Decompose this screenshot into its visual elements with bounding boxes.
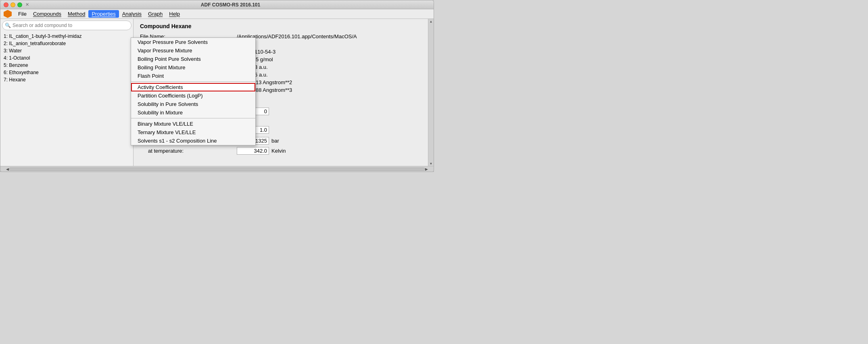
vapor-pressure-unit: bar <box>271 138 279 144</box>
temperature-unit: Kelvin <box>271 148 286 154</box>
dropdown-item-ternary[interactable]: Ternary Mixture VLE/LLE <box>131 128 255 137</box>
right-scrollbar[interactable]: ▲ ▼ <box>428 19 434 166</box>
minimize-button[interactable] <box>10 2 15 7</box>
menu-file[interactable]: File <box>15 10 30 18</box>
list-item[interactable]: 7: Hexane <box>0 76 133 83</box>
menu-analysis[interactable]: Analysis <box>119 10 145 18</box>
dropdown-item-solubility-mixture[interactable]: Solubility in Mixture <box>131 108 255 117</box>
list-item[interactable]: 1: IL_cation_1-butyl-3-methyl-imidaz <box>0 33 133 40</box>
dropdown-item-solvents[interactable]: Solvents s1 - s2 Composition Line <box>131 137 255 145</box>
menu-compounds[interactable]: Compounds <box>30 10 65 18</box>
compound-list: 1: IL_cation_1-butyl-3-methyl-imidaz 2: … <box>0 32 133 166</box>
scroll-track <box>428 24 434 161</box>
bottom-scrollbar: ◀ ▶ <box>0 166 434 172</box>
molar-mass-value: 86.10955 g/mol <box>237 56 421 62</box>
traffic-lights <box>4 2 22 7</box>
cosmo-volume-value: 145.42388 Angstrom**3 <box>237 87 421 93</box>
close-button[interactable] <box>4 2 8 7</box>
dropdown-item-activity[interactable]: Activity Coefficients <box>131 83 255 91</box>
window-title: ADF COSMO-RS 2016.101 <box>31 2 430 8</box>
menu-properties[interactable]: Properties <box>88 10 119 18</box>
bond-energy-value: -3.85463 a.u. <box>237 64 421 70</box>
dropdown-item-vapor-mixture[interactable]: Vapor Pressure Mixture <box>131 46 255 55</box>
logo-shape <box>4 10 12 18</box>
dropdown-separator-2 <box>131 118 255 118</box>
search-bar: 🔍 <box>2 21 131 30</box>
properties-dropdown: Vapor Pressure Pure Solvents Vapor Press… <box>131 37 256 145</box>
scroll-up-arrow[interactable]: ▲ <box>428 19 434 24</box>
temperature-input[interactable] <box>237 147 269 155</box>
search-input[interactable] <box>13 23 129 28</box>
other-names-value: C6H14 110-54-3 <box>237 49 421 55</box>
dropdown-item-flash-point[interactable]: Flash Point <box>131 72 255 80</box>
scroll-left-arrow[interactable]: ◀ <box>6 167 9 171</box>
title-icon: ✕ <box>25 2 29 7</box>
main-window: ✕ ADF COSMO-RS 2016.101 File Compounds M… <box>0 0 434 172</box>
app-logo <box>2 10 13 19</box>
left-panel: 🔍 1: IL_cation_1-butyl-3-methyl-imidaz 2… <box>0 19 134 166</box>
file-name-value: /Applications/ADF2016.101.app/Contents/M… <box>237 33 421 39</box>
scroll-right-arrow[interactable]: ▶ <box>425 167 428 171</box>
main-content: 🔍 1: IL_cation_1-butyl-3-methyl-imidaz 2… <box>0 19 434 166</box>
name-value: Hexane <box>237 41 421 47</box>
maximize-button[interactable] <box>17 2 22 7</box>
search-icon: 🔍 <box>5 23 11 28</box>
dropdown-item-partition[interactable]: Partition Coefficients (LogP) <box>131 91 255 100</box>
menu-graph[interactable]: Graph <box>145 10 166 18</box>
menu-bar: File Compounds Method Properties Analysi… <box>0 9 434 19</box>
list-item[interactable]: 6: Ethoxyethane <box>0 69 133 76</box>
title-bar: ✕ ADF COSMO-RS 2016.101 <box>0 0 434 9</box>
list-item[interactable]: 4: 1-Octanol <box>0 54 133 62</box>
temperature-row: at temperature: Kelvin <box>140 147 421 155</box>
menu-help[interactable]: Help <box>166 10 183 18</box>
dropdown-item-boiling-mixture[interactable]: Boiling Point Mixture <box>131 63 255 72</box>
temperature-label: at temperature: <box>140 148 237 154</box>
list-item[interactable]: 5: Benzene <box>0 62 133 69</box>
dropdown-item-solubility-pure[interactable]: Solubility in Pure Solvents <box>131 100 255 108</box>
list-item[interactable]: 3: Water <box>0 47 133 54</box>
menu-method[interactable]: Method <box>65 10 88 18</box>
gas-phase-value: -3.85325 a.u. <box>237 72 421 78</box>
list-item[interactable]: 2: IL_anion_tetrafluoroborate <box>0 40 133 47</box>
horizontal-scrollbar-track[interactable] <box>9 168 425 171</box>
dropdown-item-binary[interactable]: Binary Mixture VLE/LLE <box>131 120 255 128</box>
cosmo-area-value: 160.38313 Angstrom**2 <box>237 79 421 85</box>
compound-title: Compound Hexane <box>140 23 421 29</box>
dropdown-item-vapor-pure[interactable]: Vapor Pressure Pure Solvents <box>131 38 255 46</box>
dropdown-item-boiling-pure[interactable]: Boiling Point Pure Solvents <box>131 55 255 63</box>
dropdown-separator-1 <box>131 81 255 82</box>
scroll-down-arrow[interactable]: ▼ <box>428 161 434 166</box>
